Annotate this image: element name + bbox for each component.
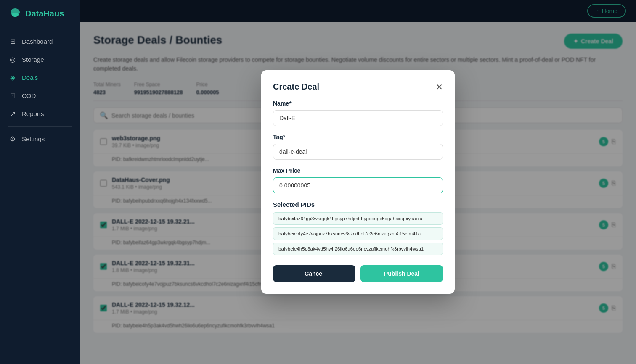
dashboard-icon: ⊞: [8, 37, 17, 45]
settings-icon: ⚙: [8, 135, 17, 143]
tag-form-group: Tag*: [273, 134, 443, 160]
name-input[interactable]: [273, 110, 443, 126]
tag-input[interactable]: [273, 144, 443, 160]
selected-pids-section: Selected PIDs bafybeifaz64gp3wkrgqk4bgsy…: [273, 201, 443, 255]
storage-icon: ◎: [8, 55, 17, 63]
sidebar-item-storage[interactable]: ◎ Storage: [0, 50, 80, 69]
pid-tag: bafybeie4h5p3ak4vd5hwh26lio6u6ep6ncyzufl…: [273, 243, 443, 255]
sidebar-item-cod[interactable]: ⊡ COD: [0, 87, 80, 105]
pid-tag: bafybeicofy4e7vojpuz7bksuncs6vkcdhol7c2e…: [273, 227, 443, 240]
modal-overlay: Create Deal ✕ Name* Tag* Max Price Selec…: [80, 0, 636, 364]
sidebar-item-settings[interactable]: ⚙ Settings: [0, 130, 80, 148]
sidebar-item-reports[interactable]: ↗ Reports: [0, 105, 80, 123]
cancel-button[interactable]: Cancel: [273, 265, 355, 282]
deals-icon: ◈: [8, 74, 17, 82]
reports-icon: ↗: [8, 110, 17, 118]
sidebar-item-deals[interactable]: ◈ Deals: [0, 69, 80, 87]
sidebar-item-label: Settings: [22, 135, 45, 142]
modal-header: Create Deal ✕: [273, 82, 443, 92]
sidebar-item-dashboard[interactable]: ⊞ Dashboard: [0, 32, 80, 50]
modal-title: Create Deal: [273, 82, 319, 92]
pid-tag: bafybeifaz64gp3wkrgqk4bgsyp7hdjmtrbypdou…: [273, 212, 443, 225]
sidebar-nav: ⊞ Dashboard ◎ Storage ◈ Deals ⊡ COD ↗ Re…: [0, 27, 80, 364]
sidebar-item-label: Dashboard: [22, 38, 53, 45]
tag-label: Tag*: [273, 134, 443, 140]
cod-icon: ⊡: [8, 92, 17, 100]
name-form-group: Name*: [273, 100, 443, 126]
sidebar-item-label: Storage: [22, 56, 44, 63]
logo-icon: [8, 7, 22, 20]
logo: DataHaus: [0, 0, 80, 27]
max-price-form-group: Max Price: [273, 167, 443, 193]
sidebar-item-label: Reports: [22, 110, 44, 117]
publish-deal-button[interactable]: Publish Deal: [360, 265, 443, 282]
create-deal-modal: Create Deal ✕ Name* Tag* Max Price Selec…: [261, 70, 455, 294]
sidebar-item-label: COD: [22, 92, 36, 99]
selected-pids-label: Selected PIDs: [273, 201, 443, 208]
sidebar-item-label: Deals: [22, 74, 38, 81]
nav-divider: [8, 126, 72, 127]
main-area: ⌂ Home Storage Deals / Bounties ✦ Create…: [80, 0, 636, 364]
modal-actions: Cancel Publish Deal: [273, 265, 443, 282]
logo-text: DataHaus: [25, 9, 64, 18]
sidebar: DataHaus ⊞ Dashboard ◎ Storage ◈ Deals ⊡…: [0, 0, 80, 364]
max-price-label: Max Price: [273, 167, 443, 174]
max-price-input[interactable]: [273, 177, 443, 193]
modal-close-button[interactable]: ✕: [436, 83, 443, 91]
name-label: Name*: [273, 100, 443, 107]
